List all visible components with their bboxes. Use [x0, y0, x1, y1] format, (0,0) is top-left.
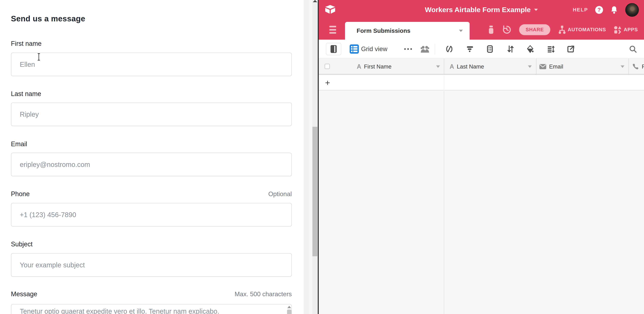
- contact-form-panel: Send us a message First name Last name E…: [0, 0, 304, 314]
- phone-input[interactable]: [11, 203, 292, 226]
- frozen-column-divider: [444, 91, 444, 314]
- sidebar-panel-icon: [330, 45, 337, 53]
- search-icon[interactable]: [629, 45, 637, 53]
- select-all-checkbox[interactable]: [324, 64, 330, 69]
- column-divider[interactable]: [444, 59, 444, 75]
- page-scrollbar-thumb[interactable]: [312, 127, 318, 256]
- airtable-topbar: Workers Airtable Form Example HELP ?: [319, 0, 644, 20]
- phone-label: Phone: [11, 190, 30, 198]
- column-caret-icon[interactable]: [436, 66, 440, 68]
- apps-button[interactable]: APPS: [614, 26, 638, 34]
- airtable-panel: Workers Airtable Form Example HELP ? For…: [319, 0, 644, 314]
- column-header-phone[interactable]: Phone: [629, 59, 644, 75]
- message-label: Message: [11, 290, 37, 298]
- frozen-column-divider: [444, 75, 444, 91]
- help-menu[interactable]: HELP: [573, 7, 588, 13]
- ibeam-cursor: [37, 53, 40, 61]
- last-name-label: Last name: [11, 90, 41, 98]
- group-icon[interactable]: [486, 45, 494, 53]
- view-options-ellipsis-icon[interactable]: [404, 48, 412, 50]
- column-divider[interactable]: [536, 59, 536, 75]
- history-icon[interactable]: [502, 25, 511, 34]
- phone-optional-hint: Optional: [268, 190, 292, 198]
- airtable-logo-icon[interactable]: [324, 5, 336, 14]
- grid-view-icon: [350, 45, 359, 54]
- automations-icon: [558, 25, 566, 34]
- screen: Send us a message First name Last name E…: [0, 0, 644, 314]
- apps-icon: [614, 26, 622, 34]
- page-scrollbar-track[interactable]: [304, 0, 318, 314]
- email-input[interactable]: [11, 153, 292, 176]
- tables-menu-icon[interactable]: [329, 26, 336, 34]
- tab-form-submissions[interactable]: Form Submissions: [345, 22, 470, 40]
- automations-button[interactable]: AUTOMATIONS: [558, 25, 606, 34]
- message-maxchars-hint: Max. 500 characters: [235, 290, 292, 298]
- column-header-email[interactable]: Email: [537, 59, 624, 75]
- tab-caret-icon[interactable]: [459, 30, 463, 32]
- column-header-last-name[interactable]: A Last Name: [444, 59, 532, 75]
- toolbar-divider: [435, 44, 435, 54]
- collaborators-icon[interactable]: [420, 45, 430, 53]
- share-button[interactable]: SHARE: [519, 24, 550, 35]
- filter-icon[interactable]: [466, 45, 474, 53]
- first-name-label: First name: [11, 40, 42, 47]
- help-question-icon[interactable]: ?: [595, 6, 603, 14]
- subject-input[interactable]: [11, 253, 292, 277]
- add-record-plus-icon[interactable]: +: [325, 78, 330, 88]
- sort-icon[interactable]: [506, 45, 515, 53]
- envelope-icon: [539, 64, 546, 69]
- grid-body-empty: [319, 91, 644, 314]
- table-tabbar: Form Submissions: [319, 20, 644, 40]
- scroll-up-arrow-icon[interactable]: [313, 0, 317, 2]
- add-record-row[interactable]: +: [319, 75, 644, 91]
- user-avatar[interactable]: [625, 3, 639, 17]
- last-name-input[interactable]: [11, 103, 292, 126]
- view-sidebar-toggle-button[interactable]: [326, 43, 341, 55]
- row-height-icon[interactable]: [547, 45, 555, 53]
- textarea-scroll-up-icon[interactable]: [287, 306, 291, 308]
- text-field-icon: A: [357, 63, 361, 70]
- column-caret-icon[interactable]: [620, 66, 624, 68]
- column-divider[interactable]: [628, 59, 629, 75]
- email-label: Email: [11, 140, 27, 148]
- base-title[interactable]: Workers Airtable Form Example: [425, 6, 531, 14]
- color-icon[interactable]: [526, 45, 534, 53]
- textarea-scrollbar-thumb[interactable]: [287, 309, 292, 314]
- message-textarea[interactable]: [11, 304, 292, 314]
- view-name[interactable]: Grid view: [361, 46, 387, 53]
- text-field-icon: A: [450, 63, 454, 70]
- column-header-first-name[interactable]: A First Name: [355, 59, 440, 75]
- trash-icon[interactable]: [488, 25, 494, 34]
- view-toolbar: Grid view: [319, 40, 644, 58]
- grid-header-row: A First Name A Last Name Email: [319, 58, 644, 75]
- phone-icon: [632, 63, 639, 70]
- first-name-input[interactable]: [11, 53, 292, 76]
- subject-label: Subject: [11, 240, 32, 248]
- base-title-caret-icon[interactable]: [534, 9, 538, 11]
- form-title: Send us a message: [11, 14, 85, 23]
- hide-fields-icon[interactable]: [445, 45, 454, 53]
- notifications-bell-icon[interactable]: [610, 6, 618, 14]
- column-caret-icon[interactable]: [528, 66, 532, 68]
- share-view-icon[interactable]: [567, 45, 575, 53]
